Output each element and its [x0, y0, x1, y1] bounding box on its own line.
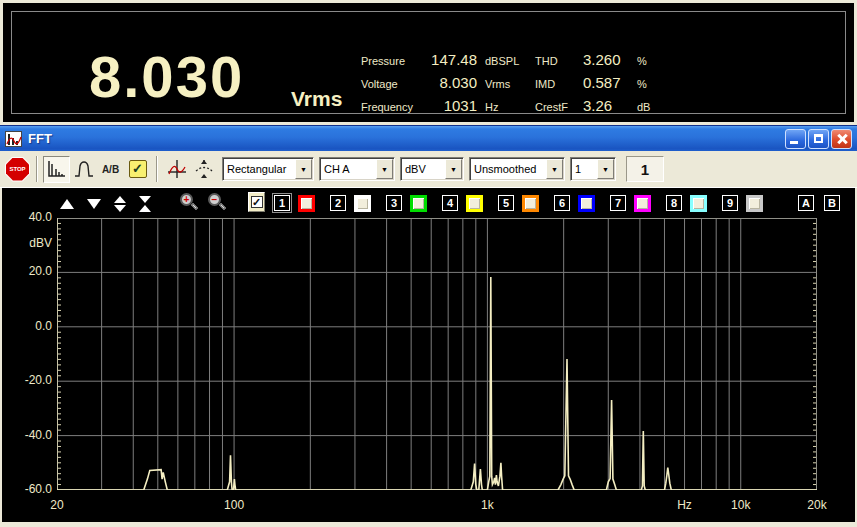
- unit-select[interactable]: dBV ▼: [400, 157, 464, 181]
- curve-color-checkbox-8[interactable]: [690, 195, 707, 212]
- curve-button-5[interactable]: 5: [496, 193, 516, 213]
- main-level-value: 8.030: [89, 43, 244, 110]
- curve-color-checkbox-3[interactable]: [410, 195, 427, 212]
- chevron-down-icon[interactable]: ▼: [376, 159, 393, 179]
- curve-color-checkbox-2[interactable]: [354, 195, 371, 212]
- curve-color-checkbox-6[interactable]: [578, 195, 595, 212]
- thd-label: THD: [535, 55, 583, 67]
- plot-panel: + − ✓ 123456789AB 40.0dBV20.00.0-20.0-40…: [2, 188, 855, 522]
- imd-unit: %: [635, 78, 665, 90]
- crosshair-curve-icon: [166, 159, 188, 179]
- frequency-unit: Hz: [483, 101, 535, 113]
- chevron-down-icon[interactable]: ▼: [445, 159, 462, 179]
- y-tick-label: -20.0: [8, 373, 52, 387]
- curve-number-1: 1: [274, 195, 290, 211]
- toolbar: STOP A/B ✓: [0, 151, 857, 188]
- transfer-function-button[interactable]: A/B: [97, 156, 124, 183]
- curve-button-9[interactable]: 9: [720, 193, 740, 213]
- curve-color-checkbox-7[interactable]: [634, 195, 651, 212]
- spectrum-plot[interactable]: [57, 218, 817, 490]
- fit-vertical-icon: [193, 159, 215, 179]
- curve-button-1[interactable]: 1: [272, 193, 292, 213]
- curve-button-4[interactable]: 4: [440, 193, 460, 213]
- y-tick-label: -40.0: [8, 428, 52, 442]
- curve-button-8[interactable]: 8: [664, 193, 684, 213]
- toolbar-separator: [36, 156, 38, 182]
- toolbar-separator: [156, 156, 158, 182]
- stop-button[interactable]: STOP: [4, 156, 31, 183]
- curve-button-7[interactable]: 7: [608, 193, 628, 213]
- memory-button-A[interactable]: A: [796, 193, 816, 213]
- curve-color-checkbox-4[interactable]: [466, 195, 483, 212]
- curve-button-6[interactable]: 6: [552, 193, 572, 213]
- compress-range-button[interactable]: [139, 196, 151, 212]
- channel-select[interactable]: CH A ▼: [319, 157, 395, 181]
- scroll-up-button[interactable]: [60, 199, 74, 209]
- y-tick-label: 20.0: [8, 264, 52, 278]
- crest-label: CrestF: [535, 101, 583, 113]
- zoom-out-button[interactable]: −: [206, 192, 226, 212]
- curve-button-3[interactable]: 3: [384, 193, 404, 213]
- minimize-button[interactable]: [785, 129, 806, 149]
- y-tick-label: -60.0: [8, 482, 52, 496]
- curve-number-2: 2: [330, 195, 346, 211]
- measurement-readings: Pressure 147.48 dBSPL THD 3.260 % Voltag…: [361, 51, 665, 114]
- thd-value: 3.260: [583, 51, 635, 68]
- pressure-value: 147.48: [419, 51, 483, 68]
- curve-color-checkbox-9[interactable]: [746, 195, 763, 212]
- zoom-in-button[interactable]: +: [178, 192, 198, 212]
- curve-number-9: 9: [722, 195, 738, 211]
- octave-mode-button[interactable]: [70, 156, 97, 183]
- title-bar[interactable]: FFT: [0, 125, 857, 151]
- setup-button[interactable]: ✓: [124, 156, 151, 183]
- checklist-icon: ✓: [129, 160, 147, 178]
- cursor-button[interactable]: [163, 156, 190, 183]
- curve-number-5: 5: [498, 195, 514, 211]
- fit-range-button[interactable]: [190, 156, 217, 183]
- expand-range-button[interactable]: [114, 196, 126, 212]
- x-tick-label: 10k: [719, 498, 763, 512]
- thd-unit: %: [635, 55, 665, 67]
- window-title: FFT: [28, 131, 785, 146]
- chevron-down-icon[interactable]: ▼: [546, 159, 563, 179]
- imd-value: 0.587: [583, 74, 635, 91]
- averaging-select[interactable]: 1 ▼: [570, 157, 616, 181]
- scroll-down-button[interactable]: [87, 199, 101, 209]
- bandpass-curve-icon: [74, 160, 94, 178]
- y-tick-label: dBV: [8, 236, 52, 250]
- chevron-down-icon[interactable]: ▼: [295, 159, 312, 179]
- smoothing-select[interactable]: Unsmoothed ▼: [469, 157, 565, 181]
- y-tick-label: 0.0: [8, 319, 52, 333]
- memory-button-B[interactable]: B: [822, 193, 842, 213]
- curve-selector-row: 123456789AB: [272, 193, 842, 213]
- plot-frame: [58, 219, 817, 490]
- close-button[interactable]: [831, 129, 852, 149]
- crest-value: 3.26: [583, 97, 635, 114]
- curve-number-8: 8: [666, 195, 682, 211]
- compress-icon: [139, 196, 151, 203]
- imd-label: IMD: [535, 78, 583, 90]
- averages-count: 1: [626, 156, 664, 182]
- curve-button-2[interactable]: 2: [328, 193, 348, 213]
- check-icon: ✓: [251, 196, 263, 208]
- x-tick-label: 1k: [465, 498, 509, 512]
- overlay-checkbox[interactable]: ✓: [248, 192, 265, 212]
- x-tick-label: Hz: [663, 498, 707, 512]
- spectrum-mode-button[interactable]: [43, 156, 70, 183]
- chevron-down-icon[interactable]: ▼: [597, 159, 614, 179]
- curve-number-7: 7: [610, 195, 626, 211]
- curve-number-6: 6: [554, 195, 570, 211]
- ab-icon: A/B: [102, 164, 119, 175]
- maximize-button[interactable]: [808, 129, 829, 149]
- voltage-value: 8.030: [419, 74, 483, 91]
- pressure-label: Pressure: [361, 55, 419, 67]
- x-tick-label: 100: [212, 498, 256, 512]
- window-function-select[interactable]: Rectangular ▼: [222, 157, 314, 181]
- crest-unit: dB: [635, 101, 665, 113]
- spectrum-icon: [47, 160, 67, 178]
- curve-color-checkbox-1[interactable]: [298, 195, 315, 212]
- curve-color-checkbox-5[interactable]: [522, 195, 539, 212]
- y-tick-label: 40.0: [8, 210, 52, 224]
- fft-analyzer-app: 8.030 Vrms Pressure 147.48 dBSPL THD 3.2…: [0, 0, 857, 527]
- expand-icon: [114, 196, 126, 203]
